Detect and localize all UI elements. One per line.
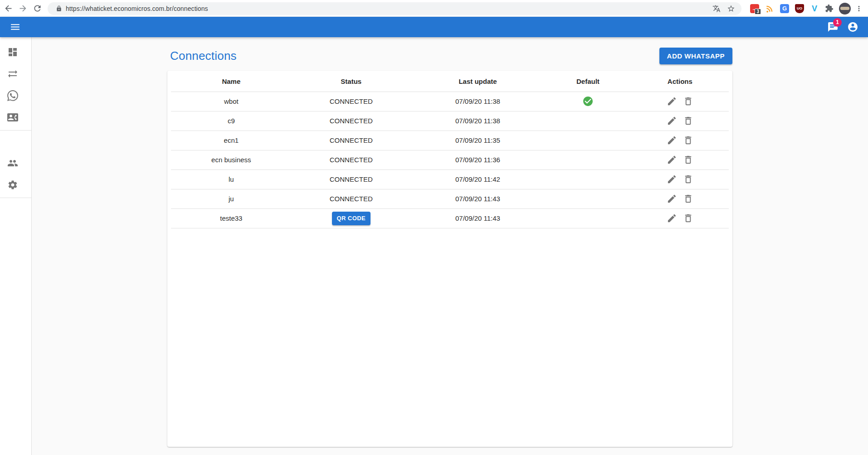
table-row: ju CONNECTED 07/09/20 11:43 xyxy=(171,189,729,208)
delete-button[interactable] xyxy=(681,133,695,148)
cell-actions xyxy=(631,208,729,228)
cell-default xyxy=(545,92,631,111)
browser-toolbar: https://whaticket.economicros.com.br/con… xyxy=(0,0,868,17)
cell-default xyxy=(545,189,631,208)
sidebar-item-users[interactable] xyxy=(0,152,32,174)
notification-badge: 1 xyxy=(833,18,842,27)
header-last-update: Last update xyxy=(411,72,545,92)
sidebar-divider xyxy=(0,130,31,131)
pencil-icon xyxy=(667,174,677,184)
pencil-icon xyxy=(667,135,677,145)
edit-button[interactable] xyxy=(664,192,679,206)
rss-extension-icon[interactable] xyxy=(763,2,776,15)
edit-button[interactable] xyxy=(664,94,679,109)
edit-button[interactable] xyxy=(664,114,679,128)
delete-button[interactable] xyxy=(681,211,695,226)
delete-button[interactable] xyxy=(681,192,695,206)
connection-last-update: 07/09/20 11:43 xyxy=(455,214,500,222)
notifications-area: 1 xyxy=(823,17,843,37)
sidebar-item-dashboard[interactable] xyxy=(0,41,32,63)
connection-status: CONNECTED xyxy=(330,156,373,164)
cell-actions xyxy=(631,92,729,111)
chrome-menu-icon[interactable] xyxy=(853,2,865,15)
header-default: Default xyxy=(545,72,631,92)
header-actions: Actions xyxy=(631,72,729,92)
address-bar[interactable]: https://whaticket.economicros.com.br/con… xyxy=(48,2,741,15)
connection-last-update: 07/09/20 11:36 xyxy=(455,156,500,164)
trash-icon xyxy=(683,135,693,145)
google-translate-extension-icon[interactable]: G xyxy=(778,2,791,15)
delete-button[interactable] xyxy=(681,153,695,167)
cell-actions xyxy=(631,169,729,189)
pencil-icon xyxy=(667,213,677,223)
cell-status: QR CODE xyxy=(292,208,411,228)
connection-status: CONNECTED xyxy=(330,195,373,203)
cell-status: CONNECTED xyxy=(292,189,411,208)
extensions-puzzle-icon[interactable] xyxy=(823,2,836,15)
connection-name: lu xyxy=(229,175,234,183)
cell-status: CONNECTED xyxy=(292,111,411,131)
cell-last-update: 07/09/20 11:43 xyxy=(411,208,545,228)
lock-icon xyxy=(56,5,62,12)
gear-icon xyxy=(7,179,18,190)
connections-card: Name Status Last update Default Actions … xyxy=(167,71,732,447)
main-content: Connections ADD WHATSAPP Name Status Las… xyxy=(32,37,868,455)
bookmark-star-icon[interactable] xyxy=(725,3,737,15)
cell-last-update: 07/09/20 11:36 xyxy=(411,150,545,169)
forward-icon[interactable] xyxy=(16,1,29,16)
sidebar-item-contacts[interactable] xyxy=(0,106,32,128)
connection-status: CONNECTED xyxy=(330,117,373,125)
delete-button[interactable] xyxy=(681,114,695,128)
cell-status: CONNECTED xyxy=(292,92,411,111)
cell-status: CONNECTED xyxy=(292,131,411,150)
sidebar-item-settings[interactable] xyxy=(0,174,32,196)
cell-name: wbot xyxy=(171,92,292,111)
edit-button[interactable] xyxy=(664,153,679,167)
cell-status: CONNECTED xyxy=(292,169,411,189)
default-check-icon xyxy=(582,97,594,104)
people-icon xyxy=(7,158,18,169)
back-icon[interactable] xyxy=(2,1,15,16)
connection-last-update: 07/09/20 11:38 xyxy=(455,97,500,105)
edit-button[interactable] xyxy=(664,211,679,226)
cell-name: teste33 xyxy=(171,208,292,228)
cell-name: ecn1 xyxy=(171,131,292,150)
connection-name: ju xyxy=(229,195,234,203)
table-row: lu CONNECTED 07/09/20 11:42 xyxy=(171,169,729,189)
account-circle-icon[interactable] xyxy=(843,17,863,37)
header-name: Name xyxy=(171,72,292,92)
connection-last-update: 07/09/20 11:42 xyxy=(455,175,500,183)
trash-icon xyxy=(683,116,693,126)
hamburger-menu-icon[interactable] xyxy=(5,17,25,37)
add-whatsapp-button[interactable]: ADD WHATSAPP xyxy=(659,48,732,64)
edit-button[interactable] xyxy=(664,133,679,148)
red-extension-icon[interactable]: ... 3 xyxy=(748,2,761,15)
pencil-icon xyxy=(667,194,677,204)
connection-name: c9 xyxy=(228,117,235,125)
ublock-extension-icon[interactable]: UO xyxy=(793,2,806,15)
extensions-area: ... 3 G UO V xyxy=(746,2,868,15)
cell-default xyxy=(545,208,631,228)
browser-profile-avatar[interactable] xyxy=(839,3,851,15)
trash-icon xyxy=(683,96,693,106)
connections-swap-icon xyxy=(7,68,18,79)
cell-actions xyxy=(631,131,729,150)
table-row: wbot CONNECTED 07/09/20 11:38 xyxy=(171,92,729,111)
cell-status: CONNECTED xyxy=(292,150,411,169)
reload-icon[interactable] xyxy=(31,1,44,16)
video-downloader-extension-icon[interactable]: V xyxy=(808,2,821,15)
sidebar-item-tickets[interactable] xyxy=(0,85,32,106)
delete-button[interactable] xyxy=(681,94,695,109)
trash-icon xyxy=(683,194,693,204)
contact-phone-icon xyxy=(7,112,18,123)
delete-button[interactable] xyxy=(681,172,695,187)
translate-page-icon[interactable] xyxy=(711,3,722,15)
edit-button[interactable] xyxy=(664,172,679,187)
cell-name: ecn business xyxy=(171,150,292,169)
connection-name: ecn1 xyxy=(224,136,239,144)
connection-status: CONNECTED xyxy=(330,97,373,105)
cell-last-update: 07/09/20 11:38 xyxy=(411,92,545,111)
qr-code-button[interactable]: QR CODE xyxy=(332,212,371,225)
cell-name: c9 xyxy=(171,111,292,131)
sidebar-item-connections[interactable] xyxy=(0,63,32,85)
